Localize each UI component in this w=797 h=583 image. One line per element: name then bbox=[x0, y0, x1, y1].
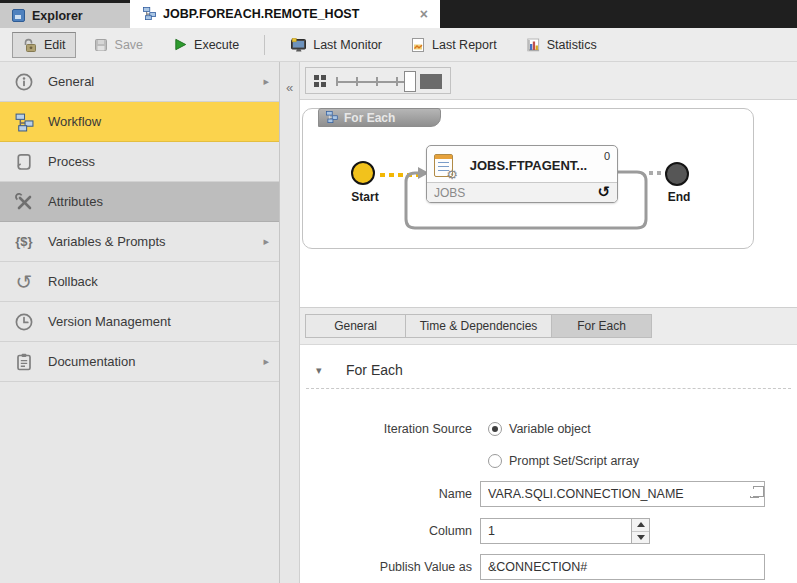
sidebar-item-label: Rollback bbox=[48, 274, 98, 289]
sidebar-item-documentation[interactable]: Documentation ▸ bbox=[0, 342, 279, 382]
info-icon bbox=[13, 71, 35, 93]
edit-button[interactable]: Edit bbox=[12, 32, 76, 58]
column-input[interactable] bbox=[481, 519, 631, 543]
detail-tabstrip: General Time & Dependencies For Each bbox=[300, 307, 797, 345]
sidebar-item-label: Process bbox=[48, 154, 95, 169]
tab-time-dependencies[interactable]: Time & Dependencies bbox=[405, 314, 552, 338]
tools-icon bbox=[13, 191, 35, 213]
close-icon[interactable]: × bbox=[420, 7, 428, 21]
sidebar-item-variables-prompts[interactable]: {$} Variables & Prompts ▸ bbox=[0, 222, 279, 262]
zoom-tick bbox=[336, 77, 338, 86]
tab-general[interactable]: General bbox=[305, 314, 406, 338]
sidebar-item-workflow[interactable]: Workflow bbox=[0, 102, 279, 142]
sidebar-item-label: General bbox=[48, 74, 94, 89]
last-report-button[interactable]: Last Report bbox=[401, 33, 506, 57]
tab-object[interactable]: JOBP.FOREACH.REMOTE_HOST × bbox=[130, 0, 440, 28]
workflow-icon bbox=[13, 111, 35, 133]
variables-icon: {$} bbox=[13, 231, 35, 253]
job-node[interactable]: ⚙ JOBS.FTPAGENT... 0 JOBS ↺ bbox=[426, 145, 618, 203]
job-type-label: JOBS bbox=[434, 186, 465, 200]
canvas-toolbar bbox=[300, 62, 797, 100]
job-title: JOBS.FTPAGENT... bbox=[461, 158, 596, 173]
radio-variable-object[interactable] bbox=[488, 422, 502, 436]
radio-prompt-set[interactable] bbox=[488, 454, 502, 468]
last-report-label: Last Report bbox=[432, 38, 497, 52]
save-button[interactable]: Save bbox=[84, 33, 153, 57]
loop-icon: ↺ bbox=[597, 185, 610, 200]
process-icon bbox=[13, 151, 35, 173]
last-monitor-button[interactable]: Last Monitor bbox=[281, 33, 391, 57]
stepper-down-button[interactable] bbox=[632, 532, 649, 544]
window-tabbar: Explorer JOBP.FOREACH.REMOTE_HOST × bbox=[0, 0, 797, 28]
publish-value-label: Publish Value as bbox=[300, 560, 480, 574]
sidebar-item-attributes[interactable]: Attributes bbox=[0, 182, 279, 222]
tab-explorer[interactable]: Explorer bbox=[0, 3, 130, 28]
start-node[interactable] bbox=[351, 161, 375, 185]
rollback-icon: ↺ bbox=[13, 271, 35, 293]
sidebar-item-rollback[interactable]: ↺ Rollback bbox=[0, 262, 279, 302]
iteration-source-label: Iteration Source bbox=[300, 422, 480, 436]
name-input[interactable] bbox=[480, 481, 765, 507]
radio-prompt-set-label[interactable]: Prompt Set/Script array bbox=[509, 454, 639, 468]
bar-chart-icon bbox=[525, 37, 541, 53]
tab-explorer-label: Explorer bbox=[32, 9, 83, 23]
last-monitor-label: Last Monitor bbox=[313, 38, 382, 52]
foreach-form: ▾ For Each Iteration Source Variable obj… bbox=[300, 345, 797, 583]
sidebar-item-version-management[interactable]: Version Management bbox=[0, 302, 279, 342]
sidebar-item-process[interactable]: Process bbox=[0, 142, 279, 182]
chevron-right-icon: ▸ bbox=[263, 355, 269, 368]
floppy-icon bbox=[93, 37, 109, 53]
gear-icon: ⚙ bbox=[446, 168, 458, 181]
lock-open-icon bbox=[22, 37, 38, 53]
workflow-canvas[interactable]: For Each Start ⚙ JOBS.FTPA bbox=[300, 100, 797, 307]
end-node-label: End bbox=[651, 190, 707, 204]
stepper-up-button[interactable] bbox=[632, 519, 649, 532]
collapse-section-icon[interactable]: ▾ bbox=[316, 364, 332, 377]
sidebar-item-label: Variables & Prompts bbox=[48, 234, 166, 249]
object-picker-icon[interactable] bbox=[750, 489, 759, 498]
sidebar-item-label: Workflow bbox=[48, 114, 101, 129]
monitor-icon bbox=[290, 37, 307, 53]
save-label: Save bbox=[115, 38, 144, 52]
column-stepper bbox=[480, 518, 650, 544]
section-divider bbox=[306, 388, 791, 389]
automic-workflow-window: Explorer JOBP.FOREACH.REMOTE_HOST × bbox=[0, 0, 797, 583]
zoom-tick bbox=[356, 77, 358, 86]
sidebar-item-label: Version Management bbox=[48, 314, 171, 329]
explorer-icon bbox=[12, 9, 25, 22]
collapse-sidebar-icon[interactable]: « bbox=[286, 80, 293, 95]
report-icon bbox=[410, 37, 426, 53]
zoom-slider-track bbox=[336, 81, 414, 83]
name-label: Name bbox=[300, 487, 480, 501]
job-object-icon: ⚙ bbox=[434, 154, 453, 177]
chevron-right-icon: ▸ bbox=[263, 235, 269, 248]
sidebar-item-general[interactable]: General ▸ bbox=[0, 62, 279, 102]
zoom-control bbox=[305, 67, 451, 94]
publish-value-input[interactable] bbox=[480, 554, 765, 580]
tab-object-label: JOBP.FOREACH.REMOTE_HOST bbox=[163, 7, 359, 21]
job-count-badge: 0 bbox=[604, 150, 610, 162]
sidebar-item-label: Attributes bbox=[48, 194, 103, 209]
statistics-button[interactable]: Statistics bbox=[516, 33, 606, 57]
zoom-max-block bbox=[420, 74, 442, 89]
grid-view-icon[interactable] bbox=[314, 75, 326, 87]
execute-button[interactable]: Execute bbox=[164, 33, 248, 56]
sidebar: General ▸ Workflow bbox=[0, 62, 280, 583]
edit-label: Edit bbox=[44, 38, 66, 52]
play-icon bbox=[173, 37, 188, 52]
section-title: For Each bbox=[346, 362, 403, 378]
zoom-slider-handle[interactable] bbox=[404, 71, 416, 92]
radio-variable-object-label[interactable]: Variable object bbox=[509, 422, 591, 436]
tab-for-each[interactable]: For Each bbox=[551, 314, 652, 338]
main-toolbar: Edit Save Execute bbox=[0, 28, 797, 62]
statistics-label: Statistics bbox=[547, 38, 597, 52]
chevron-right-icon: ▸ bbox=[263, 75, 269, 88]
execute-label: Execute bbox=[194, 38, 239, 52]
end-node[interactable] bbox=[665, 162, 689, 186]
clock-icon bbox=[13, 311, 35, 333]
workflow-object-icon bbox=[142, 6, 156, 23]
zoom-slider[interactable] bbox=[336, 68, 442, 93]
toolbar-separator bbox=[264, 35, 265, 55]
clipboard-icon bbox=[13, 351, 35, 373]
zoom-tick bbox=[396, 77, 398, 86]
